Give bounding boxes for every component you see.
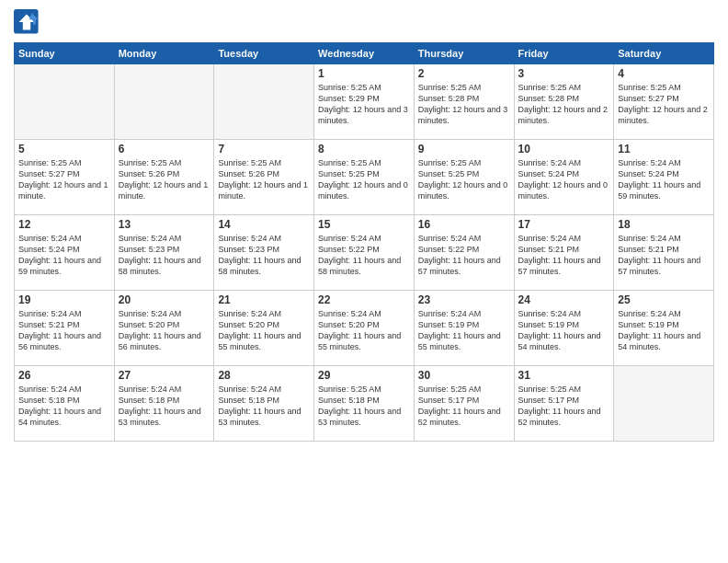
cell-details: Sunrise: 5:24 AM Sunset: 5:22 PM Dayligh… [418,233,510,278]
day-number: 4 [618,67,710,80]
day-number: 6 [119,143,210,155]
calendar-cell: 11Sunrise: 5:24 AM Sunset: 5:24 PM Dayli… [614,140,714,215]
day-number: 8 [318,143,410,155]
day-number: 24 [518,293,610,306]
cell-details: Sunrise: 5:24 AM Sunset: 5:21 PM Dayligh… [618,233,710,278]
calendar-cell: 10Sunrise: 5:24 AM Sunset: 5:24 PM Dayli… [514,140,614,215]
calendar-week-row: 26Sunrise: 5:24 AM Sunset: 5:18 PM Dayli… [15,366,714,442]
cell-details: Sunrise: 5:24 AM Sunset: 5:20 PM Dayligh… [318,308,410,353]
day-number: 12 [18,218,110,231]
calendar-cell: 31Sunrise: 5:25 AM Sunset: 5:17 PM Dayli… [514,366,614,442]
cell-details: Sunrise: 5:24 AM Sunset: 5:20 PM Dayligh… [218,308,310,353]
header [14,9,714,35]
weekday-header-row: SundayMondayTuesdayWednesdayThursdayFrid… [15,43,714,64]
cell-details: Sunrise: 5:24 AM Sunset: 5:24 PM Dayligh… [18,233,110,278]
cell-details: Sunrise: 5:25 AM Sunset: 5:17 PM Dayligh… [518,384,610,429]
day-number: 1 [318,67,410,80]
day-number: 21 [218,293,310,306]
calendar-cell: 9Sunrise: 5:25 AM Sunset: 5:25 PM Daylig… [414,140,514,215]
calendar-cell: 8Sunrise: 5:25 AM Sunset: 5:25 PM Daylig… [314,140,415,215]
cell-details: Sunrise: 5:24 AM Sunset: 5:21 PM Dayligh… [18,308,110,353]
calendar-cell [614,366,714,442]
day-number: 18 [618,218,710,231]
calendar-week-row: 5Sunrise: 5:25 AM Sunset: 5:27 PM Daylig… [15,140,714,215]
calendar-cell: 1Sunrise: 5:25 AM Sunset: 5:29 PM Daylig… [314,64,415,140]
cell-details: Sunrise: 5:24 AM Sunset: 5:18 PM Dayligh… [218,384,310,429]
calendar-cell: 21Sunrise: 5:24 AM Sunset: 5:20 PM Dayli… [214,291,314,366]
cell-details: Sunrise: 5:24 AM Sunset: 5:19 PM Dayligh… [518,308,610,353]
cell-details: Sunrise: 5:25 AM Sunset: 5:25 PM Dayligh… [318,157,410,202]
weekday-header: Monday [114,43,214,64]
cell-details: Sunrise: 5:25 AM Sunset: 5:27 PM Dayligh… [18,157,110,202]
calendar-cell: 28Sunrise: 5:24 AM Sunset: 5:18 PM Dayli… [214,366,314,442]
logo-icon [14,9,40,35]
day-number: 5 [18,143,110,155]
calendar-cell: 22Sunrise: 5:24 AM Sunset: 5:20 PM Dayli… [314,291,415,366]
cell-details: Sunrise: 5:24 AM Sunset: 5:23 PM Dayligh… [119,233,210,278]
weekday-header: Friday [514,43,614,64]
cell-details: Sunrise: 5:24 AM Sunset: 5:21 PM Dayligh… [518,233,610,278]
cell-details: Sunrise: 5:25 AM Sunset: 5:28 PM Dayligh… [418,82,510,127]
cell-details: Sunrise: 5:24 AM Sunset: 5:19 PM Dayligh… [618,308,710,353]
day-number: 27 [119,369,210,382]
page-container: SundayMondayTuesdayWednesdayThursdayFrid… [0,0,728,563]
cell-details: Sunrise: 5:24 AM Sunset: 5:23 PM Dayligh… [218,233,310,278]
calendar-cell: 13Sunrise: 5:24 AM Sunset: 5:23 PM Dayli… [114,215,214,291]
cell-details: Sunrise: 5:24 AM Sunset: 5:24 PM Dayligh… [618,157,710,202]
weekday-header: Tuesday [214,43,314,64]
cell-details: Sunrise: 5:25 AM Sunset: 5:18 PM Dayligh… [318,384,410,429]
cell-details: Sunrise: 5:24 AM Sunset: 5:22 PM Dayligh… [318,233,410,278]
day-number: 26 [18,369,110,382]
calendar-cell: 25Sunrise: 5:24 AM Sunset: 5:19 PM Dayli… [614,291,714,366]
day-number: 28 [218,369,310,382]
day-number: 25 [618,293,710,306]
calendar-cell: 6Sunrise: 5:25 AM Sunset: 5:26 PM Daylig… [114,140,214,215]
calendar-cell [114,64,214,140]
cell-details: Sunrise: 5:25 AM Sunset: 5:26 PM Dayligh… [218,157,310,202]
cell-details: Sunrise: 5:24 AM Sunset: 5:18 PM Dayligh… [119,384,210,429]
day-number: 7 [218,143,310,155]
day-number: 10 [518,143,610,155]
day-number: 14 [218,218,310,231]
cell-details: Sunrise: 5:24 AM Sunset: 5:20 PM Dayligh… [119,308,210,353]
calendar-cell: 24Sunrise: 5:24 AM Sunset: 5:19 PM Dayli… [514,291,614,366]
logo [14,9,43,35]
day-number: 17 [518,218,610,231]
cell-details: Sunrise: 5:24 AM Sunset: 5:19 PM Dayligh… [418,308,510,353]
calendar-cell: 17Sunrise: 5:24 AM Sunset: 5:21 PM Dayli… [514,215,614,291]
calendar-cell: 12Sunrise: 5:24 AM Sunset: 5:24 PM Dayli… [15,215,115,291]
cell-details: Sunrise: 5:25 AM Sunset: 5:17 PM Dayligh… [418,384,510,429]
cell-details: Sunrise: 5:24 AM Sunset: 5:24 PM Dayligh… [518,157,610,202]
day-number: 13 [119,218,210,231]
calendar-cell [214,64,314,140]
calendar-week-row: 1Sunrise: 5:25 AM Sunset: 5:29 PM Daylig… [15,64,714,140]
day-number: 20 [119,293,210,306]
day-number: 23 [418,293,510,306]
calendar-week-row: 12Sunrise: 5:24 AM Sunset: 5:24 PM Dayli… [15,215,714,291]
calendar-cell: 14Sunrise: 5:24 AM Sunset: 5:23 PM Dayli… [214,215,314,291]
calendar-cell [15,64,115,140]
weekday-header: Thursday [414,43,514,64]
cell-details: Sunrise: 5:25 AM Sunset: 5:28 PM Dayligh… [518,82,610,127]
day-number: 2 [418,67,510,80]
weekday-header: Sunday [15,43,115,64]
calendar-cell: 26Sunrise: 5:24 AM Sunset: 5:18 PM Dayli… [15,366,115,442]
calendar-cell: 18Sunrise: 5:24 AM Sunset: 5:21 PM Dayli… [614,215,714,291]
cell-details: Sunrise: 5:24 AM Sunset: 5:18 PM Dayligh… [18,384,110,429]
calendar-week-row: 19Sunrise: 5:24 AM Sunset: 5:21 PM Dayli… [15,291,714,366]
day-number: 19 [18,293,110,306]
calendar-cell: 3Sunrise: 5:25 AM Sunset: 5:28 PM Daylig… [514,64,614,140]
day-number: 31 [518,369,610,382]
day-number: 16 [418,218,510,231]
calendar-cell: 20Sunrise: 5:24 AM Sunset: 5:20 PM Dayli… [114,291,214,366]
calendar-cell: 29Sunrise: 5:25 AM Sunset: 5:18 PM Dayli… [314,366,415,442]
calendar-cell: 2Sunrise: 5:25 AM Sunset: 5:28 PM Daylig… [414,64,514,140]
calendar-cell: 19Sunrise: 5:24 AM Sunset: 5:21 PM Dayli… [15,291,115,366]
cell-details: Sunrise: 5:25 AM Sunset: 5:25 PM Dayligh… [418,157,510,202]
cell-details: Sunrise: 5:25 AM Sunset: 5:29 PM Dayligh… [318,82,410,127]
day-number: 3 [518,67,610,80]
calendar-cell: 27Sunrise: 5:24 AM Sunset: 5:18 PM Dayli… [114,366,214,442]
calendar-cell: 23Sunrise: 5:24 AM Sunset: 5:19 PM Dayli… [414,291,514,366]
calendar-cell: 4Sunrise: 5:25 AM Sunset: 5:27 PM Daylig… [614,64,714,140]
calendar-cell: 15Sunrise: 5:24 AM Sunset: 5:22 PM Dayli… [314,215,415,291]
